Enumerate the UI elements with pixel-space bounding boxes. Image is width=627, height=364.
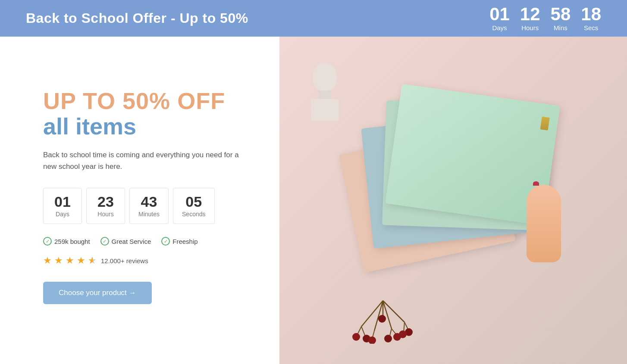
hero-image [279, 37, 627, 364]
hand-decoration [527, 185, 561, 262]
check-icon-bought: ✓ [43, 237, 52, 246]
timer-seconds-number: 05 [182, 194, 205, 209]
statue-neck [318, 90, 331, 99]
main-content: UP TO 50% OFF all items Back to school t… [0, 37, 627, 364]
banner-title: Back to School Offer - Up to 50% [26, 10, 248, 26]
choose-product-button[interactable]: Choose your product → [43, 282, 152, 304]
reviews-row: ★ ★ ★ ★ ★★ 12.000+ reviews [43, 255, 254, 266]
countdown-secs: 18 Secs [581, 5, 601, 31]
badge-bought: ✓ 259k bought [43, 237, 90, 246]
timer-days-label: Days [52, 211, 73, 218]
timer-hours: 23 Hours [86, 188, 125, 224]
badge-freeship-text: Freeship [172, 238, 198, 245]
countdown-hours: 12 Hours [520, 5, 540, 31]
timer-hours-number: 23 [95, 194, 116, 209]
reviews-count: 12.000+ reviews [101, 257, 148, 264]
check-icon-freeship: ✓ [161, 237, 170, 246]
countdown-secs-label: Secs [584, 24, 598, 31]
headline-orange: UP TO 50% OFF [43, 88, 254, 114]
notebook-emblem [540, 116, 550, 130]
svg-point-15 [384, 335, 392, 342]
star-half: ★★ [88, 255, 97, 266]
check-icon-service: ✓ [100, 237, 109, 246]
star-1: ★ [43, 255, 52, 266]
top-banner: Back to School Offer - Up to 50% 01 Days… [0, 0, 627, 37]
timer-seconds: 05 Seconds [173, 188, 214, 224]
countdown-days: 01 Days [489, 5, 510, 31]
countdown-mins: 58 Mins [551, 5, 571, 31]
headline-blue: all items [43, 114, 254, 139]
svg-point-18 [399, 330, 407, 338]
nail-decoration [533, 181, 539, 186]
star-4: ★ [77, 255, 85, 266]
hero-timer: 01 Days 23 Hours 43 Minutes 05 Seconds [43, 188, 254, 224]
badge-bought-text: 259k bought [54, 238, 90, 245]
timer-seconds-label: Seconds [182, 211, 205, 218]
hero-image-panel [279, 37, 627, 364]
timer-minutes-label: Minutes [138, 211, 160, 218]
timer-days-number: 01 [52, 194, 73, 209]
countdown-mins-label: Mins [554, 24, 567, 31]
svg-point-19 [378, 315, 386, 323]
statue-decoration [305, 62, 344, 118]
berries-svg [348, 292, 417, 344]
countdown-days-label: Days [492, 24, 507, 31]
countdown-hours-label: Hours [521, 24, 539, 31]
timer-days: 01 Days [43, 188, 82, 224]
badge-freeship: ✓ Freeship [161, 237, 198, 246]
timer-minutes-number: 43 [138, 194, 160, 209]
notebook-stack [350, 77, 557, 327]
berries-decoration [348, 292, 417, 345]
star-2: ★ [54, 255, 63, 266]
countdown-timer: 01 Days 12 Hours 58 Mins 18 Secs [489, 5, 601, 31]
star-3: ★ [66, 255, 74, 266]
timer-minutes: 43 Minutes [129, 188, 169, 224]
statue-head [313, 62, 337, 90]
countdown-hours-number: 12 [520, 5, 540, 23]
left-panel: UP TO 50% OFF all items Back to school t… [0, 37, 279, 364]
countdown-mins-number: 58 [551, 5, 571, 23]
hero-subtext: Back to school time is coming and everyt… [43, 149, 241, 172]
svg-point-12 [352, 333, 360, 341]
badge-service-text: Great Service [112, 238, 151, 245]
countdown-secs-number: 18 [581, 5, 601, 23]
trust-badges: ✓ 259k bought ✓ Great Service ✓ Freeship [43, 237, 254, 246]
statue-body [311, 99, 339, 121]
countdown-days-number: 01 [489, 5, 510, 23]
timer-hours-label: Hours [95, 211, 116, 218]
badge-service: ✓ Great Service [100, 237, 151, 246]
